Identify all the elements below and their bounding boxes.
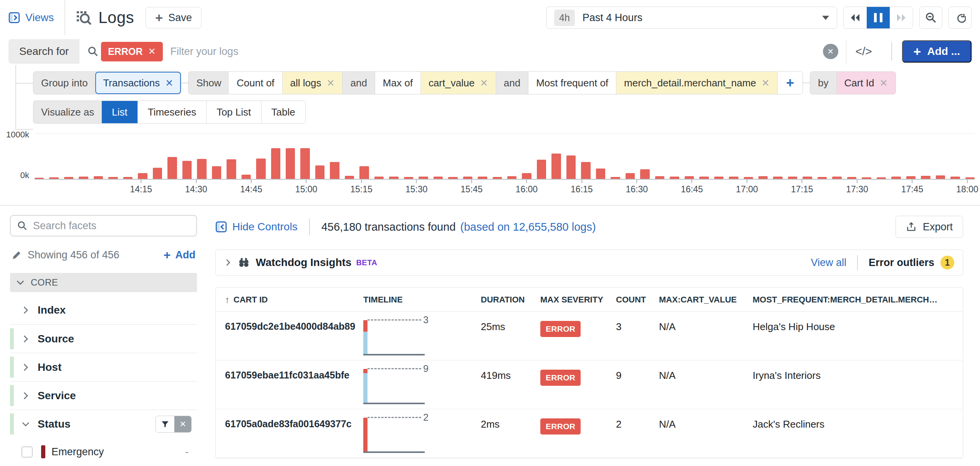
measure-field[interactable]: cart_value✕ [420, 72, 496, 94]
remove-by-icon[interactable]: ✕ [880, 78, 888, 89]
chart-bar[interactable] [655, 176, 664, 179]
table-row[interactable]: 617059dc2e1be4000d84ab89325msERROR3N/AHe… [216, 312, 963, 360]
chart-bar[interactable] [596, 169, 605, 179]
by-value-pill[interactable]: Cart Id ✕ [836, 72, 896, 94]
viz-tab-table[interactable]: Table [261, 101, 305, 123]
clear-filter-icon[interactable]: ✕ [174, 416, 191, 432]
save-button[interactable]: + Save [146, 7, 201, 28]
chart-bar[interactable] [300, 148, 310, 179]
chart-bar[interactable] [153, 168, 162, 179]
chart-bar[interactable] [551, 154, 561, 179]
facet-filter-pill[interactable]: ✕ [156, 416, 192, 433]
chart-bar[interactable] [212, 166, 221, 179]
chart-bar[interactable] [906, 176, 915, 179]
chart-bar[interactable] [286, 148, 295, 179]
chart-bar[interactable] [507, 176, 516, 179]
export-button[interactable]: Export [896, 216, 963, 238]
search-input[interactable] [171, 46, 823, 58]
sort-ascending-icon[interactable]: ↑ [225, 294, 230, 305]
refresh-button[interactable] [949, 7, 972, 29]
group-value-pill[interactable]: Transactions ✕ [95, 72, 181, 94]
chart-bar[interactable] [685, 176, 694, 179]
based-on-link[interactable]: (based on 12,655,580 logs) [460, 221, 596, 233]
remove-group-icon[interactable]: ✕ [165, 78, 173, 89]
viz-tab-list[interactable]: List [102, 101, 137, 123]
column-header-timeline[interactable]: TIMELINE [363, 294, 481, 305]
status-value-emergency[interactable]: Emergency- [10, 438, 197, 466]
pencil-icon[interactable] [12, 250, 22, 260]
chevron-down-icon[interactable] [22, 420, 30, 428]
zoom-out-button[interactable] [919, 7, 942, 29]
column-header-count[interactable]: COUNT [616, 294, 659, 305]
chart-bar[interactable] [271, 148, 280, 179]
fast-forward-button[interactable] [890, 7, 913, 28]
remove-measure-icon[interactable]: ✕ [480, 78, 488, 89]
chart-bar[interactable] [227, 159, 236, 179]
column-header-max[interactable]: MAX:CART_VALUE [659, 294, 753, 305]
chart-bar[interactable] [566, 155, 576, 179]
outliers-count-badge[interactable]: 1 [940, 256, 954, 269]
facet-item-status[interactable]: Status✕ [10, 410, 197, 438]
column-header-most_frequent[interactable]: MOST_FREQUENT:MERCH_DETAIL.MERCH… [753, 294, 963, 305]
views-button[interactable]: Views [8, 12, 54, 24]
chart-bar[interactable] [138, 173, 147, 179]
viz-tab-timeseries[interactable]: Timeseries [137, 101, 206, 123]
log-search-bar[interactable]: Search for ERROR ✕ ✕ </> [8, 39, 881, 64]
chart-bar[interactable] [256, 159, 265, 179]
remove-tag-icon[interactable]: ✕ [148, 46, 156, 57]
log-volume-chart[interactable]: 1000k 0k 14:1514:3014:4515:0015:1515:301… [0, 130, 980, 196]
column-header-duration[interactable]: DURATION [481, 294, 540, 305]
checkbox[interactable] [22, 446, 33, 458]
pause-button[interactable] [867, 7, 890, 28]
facet-item-source[interactable]: Source [10, 324, 197, 353]
query-syntax-button[interactable]: </> [846, 39, 881, 64]
chart-bar[interactable] [640, 169, 649, 179]
table-row[interactable]: 617059ebae11fc031aa45bfe9419msERROR9N/AI… [216, 360, 963, 409]
hide-controls-button[interactable]: Hide Controls [215, 221, 298, 233]
time-range-select[interactable]: 4h Past 4 Hours [546, 7, 837, 29]
chart-bar[interactable] [359, 166, 369, 179]
chart-bar[interactable] [581, 162, 590, 179]
chevron-right-icon[interactable] [22, 306, 30, 314]
chart-bar[interactable] [921, 176, 930, 179]
cart-id-cell[interactable]: 617059ebae11fc031aa45bfe [225, 370, 363, 381]
chart-bar[interactable] [182, 161, 192, 179]
chart-bar[interactable] [758, 176, 768, 179]
chart-bar[interactable] [522, 173, 531, 179]
viz-tab-top-list[interactable]: Top List [206, 101, 261, 123]
chart-bar[interactable] [537, 160, 546, 179]
filter-tag-error[interactable]: ERROR ✕ [101, 42, 162, 61]
chart-bar[interactable] [242, 175, 251, 179]
chevron-right-icon[interactable] [22, 392, 30, 400]
cart-id-cell[interactable]: 61705a0ade83fa001649377c [225, 418, 363, 430]
chevron-right-icon[interactable] [22, 335, 30, 343]
core-section-header[interactable]: CORE [10, 273, 197, 292]
facet-search-box[interactable] [10, 215, 197, 236]
measure-field[interactable]: merch_detail.merchant_name✕ [616, 72, 777, 94]
facet-item-host[interactable]: Host [10, 353, 197, 381]
facet-search-input[interactable] [33, 220, 190, 232]
chart-bar[interactable] [936, 175, 945, 179]
view-all-link[interactable]: View all [811, 257, 846, 269]
chevron-right-icon[interactable] [22, 363, 30, 372]
chart-bar[interactable] [197, 159, 206, 179]
chart-bar[interactable] [345, 176, 354, 179]
chart-bar[interactable] [94, 176, 103, 179]
chart-bar[interactable] [330, 162, 339, 179]
measure-op[interactable]: Count of [229, 72, 282, 94]
cart-id-cell[interactable]: 617059dc2e1be4000d84ab89 [225, 321, 363, 332]
funnel-icon[interactable] [156, 416, 174, 432]
add-facet-button[interactable]: + Add [164, 248, 195, 262]
measure-op[interactable]: Most frequent of [528, 72, 616, 94]
chart-bar[interactable] [315, 165, 324, 179]
chart-bar[interactable] [167, 157, 177, 179]
chart-bar[interactable] [626, 173, 635, 179]
clear-search-icon[interactable]: ✕ [823, 44, 838, 59]
measure-op[interactable]: Max of [375, 72, 420, 94]
measure-field[interactable]: all logs✕ [282, 72, 343, 94]
facet-item-service[interactable]: Service [10, 381, 197, 410]
table-row[interactable]: 61705a0ade83fa001649377c22msERROR2N/AJac… [216, 409, 963, 458]
rewind-button[interactable] [844, 7, 867, 28]
chevron-right-icon[interactable] [224, 259, 232, 266]
column-header-cart-id[interactable]: ↑CART ID [225, 294, 363, 305]
